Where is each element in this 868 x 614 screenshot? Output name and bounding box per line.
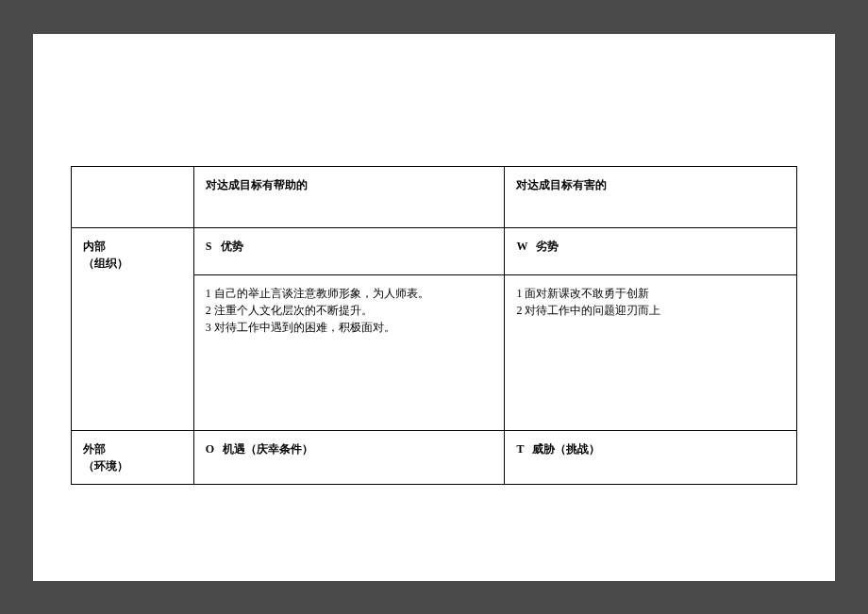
weaknesses-label-cell: W 劣势 — [505, 227, 797, 274]
strengths-content-cell: 1 自己的举止言谈注意教师形象，为人师表。 2 注重个人文化层次的不断提升。 3… — [193, 274, 505, 430]
weaknesses-label: 劣势 — [536, 240, 559, 253]
header-harmful-cell: 对达成目标有害的 — [505, 166, 797, 227]
internal-label-cell: 内部 （组织） — [72, 227, 194, 430]
external-label: 外部 — [83, 442, 106, 456]
opportunities-label-cell: O 机遇（庆幸条件） — [193, 430, 505, 484]
threats-label: 威胁（挑战） — [532, 442, 600, 456]
header-helpful-cell: 对达成目标有帮助的 — [193, 166, 505, 227]
external-sublabel: （环境） — [83, 457, 182, 474]
internal-label-row: 内部 （组织） S 优势 W 劣势 — [72, 227, 797, 274]
strengths-label-cell: S 优势 — [193, 227, 505, 274]
internal-sublabel: （组织） — [83, 255, 182, 272]
weaknesses-code: W — [516, 240, 527, 253]
header-empty-cell — [72, 166, 194, 227]
strengths-label: 优势 — [221, 240, 243, 253]
opportunities-code: O — [206, 442, 214, 456]
strengths-code: S — [206, 240, 212, 253]
weaknesses-content-cell: 1 面对新课改不敢勇于创新 2 对待工作中的问题迎刃而上 — [505, 274, 797, 430]
table-header-row: 对达成目标有帮助的 对达成目标有害的 — [72, 166, 797, 227]
external-label-row: 外部 （环境） O 机遇（庆幸条件） T 威胁（挑战） — [72, 430, 797, 484]
external-label-cell: 外部 （环境） — [72, 430, 194, 484]
opportunities-label: 机遇（庆幸条件） — [223, 442, 313, 456]
document-page: 对达成目标有帮助的 对达成目标有害的 内部 （组织） S 优势 W 劣势 1 自… — [33, 34, 835, 581]
internal-label: 内部 — [83, 240, 106, 253]
threats-label-cell: T 威胁（挑战） — [505, 430, 797, 484]
threats-code: T — [516, 442, 524, 456]
swot-table: 对达成目标有帮助的 对达成目标有害的 内部 （组织） S 优势 W 劣势 1 自… — [71, 166, 797, 485]
